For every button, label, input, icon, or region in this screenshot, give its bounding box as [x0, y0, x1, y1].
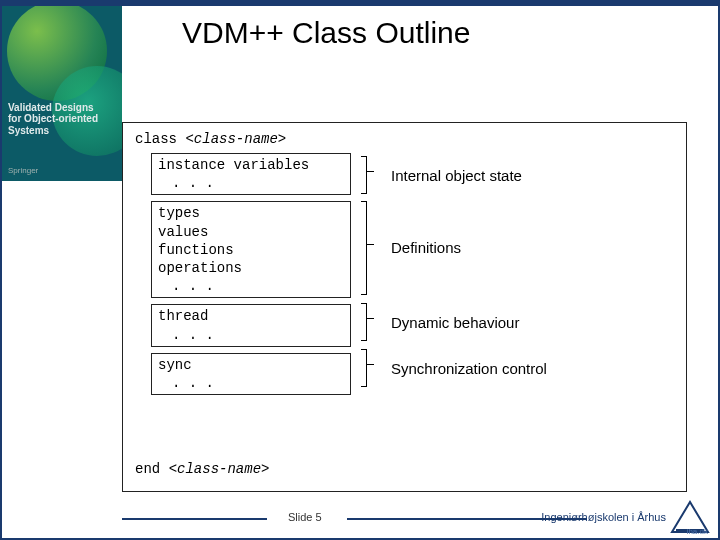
definitions-box: types values functions operations . . . — [151, 201, 351, 298]
brace-state — [361, 156, 367, 194]
book-publisher: Springer — [8, 166, 38, 175]
operations-keyword: operations — [158, 259, 344, 277]
values-keyword: values — [158, 223, 344, 241]
book-title-line2: for Object-oriented — [8, 113, 98, 124]
class-keyword: class — [135, 131, 177, 147]
annotation-dynamic: Dynamic behaviour — [391, 314, 519, 331]
footer-line-left — [122, 518, 267, 520]
brace-dynamic — [361, 303, 367, 341]
end-keyword: end — [135, 461, 160, 477]
sync-keyword: sync — [158, 356, 344, 374]
annotation-definitions: Definitions — [391, 239, 461, 256]
functions-keyword: functions — [158, 241, 344, 259]
code-column: instance variables . . . types values fu… — [151, 153, 351, 401]
brace-definitions — [361, 201, 367, 295]
end-declaration: end <class-name> — [135, 461, 269, 477]
sync-box: sync . . . — [151, 353, 351, 395]
slide-title: VDM++ Class Outline — [182, 16, 470, 50]
types-keyword: types — [158, 204, 344, 222]
definitions-dots: . . . — [158, 277, 344, 295]
book-title-line3: Systems — [8, 125, 49, 136]
brace-sync — [361, 349, 367, 387]
annotation-sync: Synchronization control — [391, 360, 547, 377]
thread-dots: . . . — [158, 326, 344, 344]
sync-dots: . . . — [158, 374, 344, 392]
school-name: Ingeniørhøjskolen i Århus — [541, 511, 666, 523]
annotation-state: Internal object state — [391, 167, 522, 184]
instance-variables-box: instance variables . . . — [151, 153, 351, 195]
class-declaration: class <class-name> — [135, 131, 674, 147]
instance-keyword: instance variables — [158, 156, 344, 174]
slide-number: Slide 5 — [288, 511, 322, 523]
end-class-name: <class-name> — [169, 461, 270, 477]
thread-box: thread . . . — [151, 304, 351, 346]
book-cover-thumbnail: Validated Designs for Object-oriented Sy… — [2, 6, 122, 181]
slide-footer: Slide 5 Ingeniørhøjskolen i Århus — [2, 508, 718, 532]
school-domain: iha.dk — [687, 527, 708, 536]
instance-dots: . . . — [158, 174, 344, 192]
class-name-placeholder: <class-name> — [185, 131, 286, 147]
class-outline-box: class <class-name> instance variables . … — [122, 122, 687, 492]
thread-keyword: thread — [158, 307, 344, 325]
book-title-line1: Validated Designs — [8, 102, 94, 113]
